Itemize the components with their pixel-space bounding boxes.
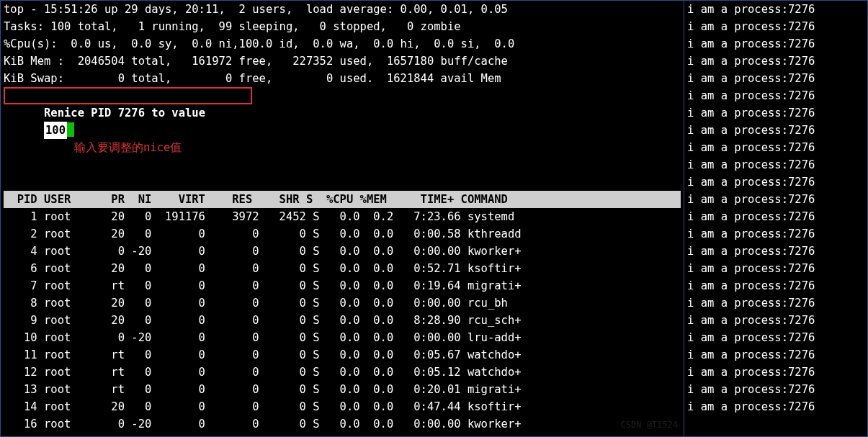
- process-row[interactable]: 11 root rt 0 0 0 0 S 0.0 0.0 0:05.67 wat…: [4, 346, 681, 364]
- process-row[interactable]: 1 root 20 0 191176 3972 2452 S 0.0 0.2 7…: [4, 208, 681, 225]
- stdout-line: i am a process:7276: [687, 312, 864, 329]
- stdout-line: i am a process:7276: [687, 156, 864, 174]
- process-table[interactable]: 1 root 20 0 191176 3972 2452 S 0.0 0.2 7…: [4, 208, 681, 437]
- renice-prompt-text: Renice PID 7276 to value: [44, 107, 212, 120]
- renice-prompt-line[interactable]: Renice PID 7276 to value 100 输入要调整的nice值: [4, 87, 681, 191]
- annotation-box: [4, 87, 252, 104]
- process-row[interactable]: 2 root 20 0 0 0 0 S 0.0 0.0 0:00.58 kthr…: [4, 225, 681, 243]
- stdout-line: i am a process:7276: [687, 243, 864, 260]
- process-row[interactable]: 13 root rt 0 0 0 0 S 0.0 0.0 0:20.01 mig…: [4, 381, 681, 398]
- column-header: PID USER PR NI VIRT RES SHR S %CPU %MEM …: [4, 191, 681, 208]
- top-title: top - 15:51:26 up 29 days, 20:11, 2 user…: [4, 3, 508, 16]
- stdout-line: i am a process:7276: [687, 104, 864, 122]
- cpu-line: %Cpu(s): 0.0 us, 0.0 sy, 0.0 ni,100.0 id…: [4, 35, 681, 53]
- process-row[interactable]: 7 root rt 0 0 0 0 S 0.0 0.0 0:19.64 migr…: [4, 277, 681, 294]
- swap-line: KiB Swap: 0 total, 0 free, 0 used. 16218…: [4, 70, 681, 87]
- stdout-line: i am a process:7276: [687, 208, 864, 225]
- process-row[interactable]: 14 root 20 0 0 0 0 S 0.0 0.0 0:47.44 kso…: [4, 398, 681, 415]
- stdout-line: i am a process:7276: [687, 87, 864, 104]
- stdout-line: i am a process:7276: [687, 122, 864, 139]
- process-row[interactable]: 16 root 0 -20 0 0 0 S 0.0 0.0 0:00.00 kw…: [4, 415, 681, 433]
- renice-input[interactable]: 100: [44, 122, 67, 139]
- stdout-line: i am a process:7276: [687, 191, 864, 208]
- stdout-line: i am a process:7276: [687, 346, 864, 364]
- tasks-line: Tasks: 100 total, 1 running, 99 sleeping…: [4, 18, 681, 35]
- process-row[interactable]: 4 root 0 -20 0 0 0 S 0.0 0.0 0:00.00 kwo…: [4, 243, 681, 260]
- text-cursor: [67, 122, 74, 137]
- stdout-line: i am a process:7276: [687, 174, 864, 191]
- stdout-line: i am a process:7276: [687, 364, 864, 381]
- stdout-line: i am a process:7276: [687, 260, 864, 277]
- stdout-pane[interactable]: i am a process:7276i am a process:7276i …: [684, 1, 867, 436]
- stdout-line: i am a process:7276: [687, 53, 864, 70]
- stdout-line: i am a process:7276: [687, 381, 864, 398]
- mem-line: KiB Mem : 2046504 total, 161972 free, 22…: [4, 53, 681, 70]
- stdout-line: i am a process:7276: [687, 294, 864, 312]
- top-pane[interactable]: top - 15:51:26 up 29 days, 20:11, 2 user…: [1, 1, 684, 436]
- top-title-line: top - 15:51:26 up 29 days, 20:11, 2 user…: [4, 1, 681, 18]
- process-row[interactable]: 10 root 0 -20 0 0 0 S 0.0 0.0 0:00.00 lr…: [4, 329, 681, 346]
- stdout-line: i am a process:7276: [687, 139, 864, 156]
- process-row[interactable]: 6 root 20 0 0 0 0 S 0.0 0.0 0:52.71 ksof…: [4, 260, 681, 277]
- watermark: CSDN @T1524: [621, 416, 678, 433]
- stdout-line: i am a process:7276: [687, 398, 864, 415]
- stdout-line: i am a process:7276: [687, 70, 864, 87]
- annotation-text: 输入要调整的nice值: [74, 141, 182, 154]
- process-row[interactable]: 18 root 20 0 0 0 0 S 0.0 0.0 0:00.01 kde…: [4, 433, 681, 437]
- stdout-line: i am a process:7276: [687, 329, 864, 346]
- process-row[interactable]: 8 root 20 0 0 0 0 S 0.0 0.0 0:00.00 rcu_…: [4, 294, 681, 312]
- process-row[interactable]: 12 root rt 0 0 0 0 S 0.0 0.0 0:05.12 wat…: [4, 364, 681, 381]
- stdout-line: i am a process:7276: [687, 277, 864, 294]
- stdout-line: i am a process:7276: [687, 35, 864, 53]
- stdout-line: i am a process:7276: [687, 1, 864, 18]
- stdout-line: i am a process:7276: [687, 18, 864, 35]
- stdout-line: i am a process:7276: [687, 225, 864, 243]
- process-row[interactable]: 9 root 20 0 0 0 0 S 0.0 0.0 8:28.90 rcu_…: [4, 312, 681, 329]
